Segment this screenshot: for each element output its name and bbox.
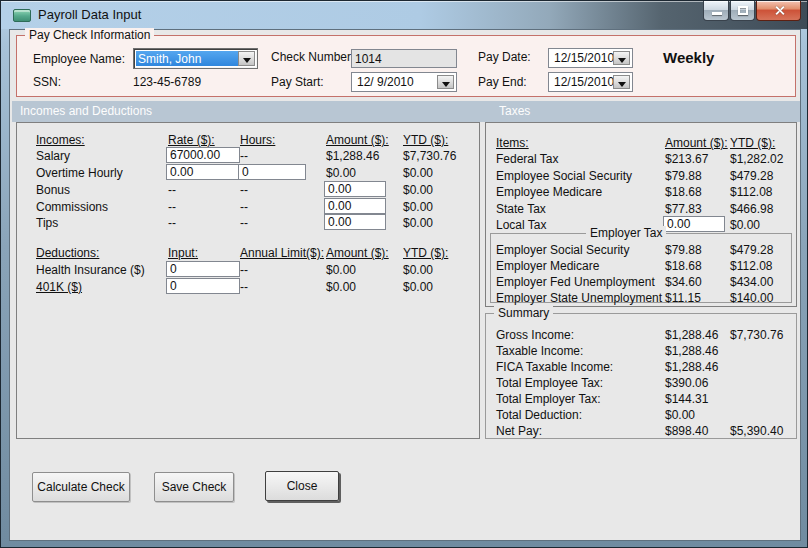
chevron-down-icon[interactable] bbox=[238, 51, 255, 66]
maximize-button[interactable] bbox=[730, 1, 755, 21]
chevron-down-icon[interactable] bbox=[437, 75, 454, 89]
overtime-amount: $0.00 bbox=[326, 166, 356, 180]
income-row-label: Tips bbox=[36, 216, 58, 230]
401k-limit: -- bbox=[240, 280, 248, 294]
rate-col-header: Rate ($): bbox=[168, 133, 215, 147]
income-row-label: Overtime Hourly bbox=[36, 166, 123, 180]
employee-ss-amount: $79.88 bbox=[665, 169, 702, 183]
paycheck-info-group: Pay Check Information Employee Name: Smi… bbox=[16, 35, 796, 97]
commissions-ytd: $0.00 bbox=[403, 200, 433, 214]
pay-end-picker[interactable]: 12/15/2010 bbox=[548, 72, 633, 92]
salary-ytd: $7,730.76 bbox=[403, 149, 456, 163]
deduction-amount-col-header: Amount ($): bbox=[326, 246, 389, 260]
salary-hours: -- bbox=[240, 149, 248, 163]
minimize-icon bbox=[712, 12, 722, 15]
title-bar[interactable]: Payroll Data Input bbox=[1, 1, 807, 29]
save-check-button[interactable]: Save Check bbox=[154, 472, 234, 502]
employee-name-label: Employee Name: bbox=[33, 52, 125, 66]
summary-row-label: FICA Taxable Income: bbox=[496, 360, 613, 374]
employer-medicare-ytd: $112.08 bbox=[730, 259, 773, 273]
check-number-label: Check Number: bbox=[271, 50, 354, 64]
income-row-label: Commissions bbox=[36, 200, 108, 214]
health-insurance-limit: -- bbox=[240, 263, 248, 277]
incomes-deductions-panel: Incomes: Rate ($): Hours: Amount ($): YT… bbox=[16, 122, 480, 439]
close-icon bbox=[773, 4, 786, 17]
ytd-col-header: YTD ($): bbox=[403, 133, 448, 147]
401k-input[interactable] bbox=[166, 278, 240, 294]
summary-row-label: Net Pay: bbox=[496, 424, 542, 438]
close-button[interactable]: Close bbox=[265, 471, 339, 501]
income-row-label: Salary bbox=[36, 149, 70, 163]
check-number-input[interactable] bbox=[351, 49, 457, 68]
summary-legend: Summary bbox=[494, 306, 553, 320]
overtime-hours-input[interactable] bbox=[238, 164, 306, 180]
employee-ss-ytd: $479.28 bbox=[730, 169, 773, 183]
bonus-ytd: $0.00 bbox=[403, 183, 433, 197]
employer-tax-row-label: Employer Medicare bbox=[496, 259, 599, 273]
401k-amount: $0.00 bbox=[326, 280, 356, 294]
salary-rate-input[interactable] bbox=[166, 147, 240, 163]
incomes-col-header: Incomes: bbox=[36, 133, 85, 147]
salary-amount: $1,288.46 bbox=[326, 149, 379, 163]
net-pay-ytd: $5,390.40 bbox=[730, 424, 783, 438]
bonus-amount-input[interactable] bbox=[324, 181, 386, 197]
employer-tax-group: Employer Tax Employer Social Security $7… bbox=[490, 233, 792, 303]
gross-income-ytd: $7,730.76 bbox=[730, 328, 783, 342]
summary-row-label: Total Employer Tax: bbox=[496, 392, 601, 406]
calculate-check-button[interactable]: Calculate Check bbox=[32, 472, 130, 502]
tips-ytd: $0.00 bbox=[403, 216, 433, 230]
annual-limit-col-header: Annual Limit($): bbox=[240, 246, 324, 260]
tips-rate: -- bbox=[168, 216, 176, 230]
total-employer-tax-amount: $144.31 bbox=[665, 392, 708, 406]
employer-state-unemp-ytd: $140.00 bbox=[730, 291, 773, 305]
401k-link[interactable]: 401K ($) bbox=[36, 280, 82, 294]
pay-end-value: 12/15/2010 bbox=[554, 75, 614, 89]
maximize-icon bbox=[738, 6, 748, 15]
overtime-rate-input[interactable] bbox=[166, 164, 240, 180]
paycheck-info-legend: Pay Check Information bbox=[25, 28, 154, 42]
pay-date-picker[interactable]: 12/15/2010 bbox=[548, 48, 633, 68]
summary-group: Summary Gross Income: $1,288.46 $7,730.7… bbox=[485, 313, 797, 439]
employer-tax-legend: Employer Tax bbox=[586, 226, 666, 240]
local-tax-ytd: $0.00 bbox=[730, 218, 760, 232]
taxable-income-amount: $1,288.46 bbox=[665, 344, 718, 358]
minimize-button[interactable] bbox=[703, 1, 729, 21]
deductions-col-header: Deductions: bbox=[36, 246, 99, 260]
employer-state-unemp-amount: $11.15 bbox=[665, 291, 701, 305]
tax-row-label: Local Tax bbox=[496, 218, 546, 232]
bonus-rate: -- bbox=[168, 183, 176, 197]
health-insurance-ytd: $0.00 bbox=[403, 263, 433, 277]
commissions-rate: -- bbox=[168, 200, 176, 214]
pay-start-picker[interactable]: 12/ 9/2010 bbox=[351, 72, 457, 92]
ssn-label: SSN: bbox=[33, 75, 61, 89]
employer-tax-row-label: Employer Social Security bbox=[496, 243, 629, 257]
employee-medicare-amount: $18.68 bbox=[665, 185, 702, 199]
pay-date-value: 12/15/2010 bbox=[554, 51, 614, 65]
close-window-button[interactable] bbox=[756, 1, 801, 21]
amount-col-header: Amount ($): bbox=[326, 133, 389, 147]
commissions-amount-input[interactable] bbox=[324, 198, 386, 214]
window-title: Payroll Data Input bbox=[38, 7, 141, 22]
section-header-band: Incomes and Deductions Taxes bbox=[12, 101, 800, 122]
local-tax-input[interactable] bbox=[663, 216, 725, 232]
tax-row-label: Federal Tax bbox=[496, 152, 558, 166]
pay-start-value: 12/ 9/2010 bbox=[357, 75, 414, 89]
summary-row-label: Total Employee Tax: bbox=[496, 376, 603, 390]
gross-income-amount: $1,288.46 bbox=[665, 328, 718, 342]
app-window: Payroll Data Input Pay Check Information… bbox=[0, 0, 808, 548]
tax-row-label: Employee Medicare bbox=[496, 185, 602, 199]
chevron-down-icon[interactable] bbox=[613, 75, 630, 89]
pay-end-label: Pay End: bbox=[478, 75, 527, 89]
employer-tax-row-label: Employer Fed Unemployment bbox=[496, 275, 655, 289]
deduction-ytd-col-header: YTD ($): bbox=[403, 246, 448, 260]
tips-amount-input[interactable] bbox=[324, 214, 386, 230]
health-insurance-amount: $0.00 bbox=[326, 263, 356, 277]
tax-ytd-col-header: YTD ($): bbox=[730, 136, 775, 150]
health-insurance-input[interactable] bbox=[166, 261, 240, 277]
employee-name-combobox[interactable]: Smith, John bbox=[133, 48, 258, 69]
pay-date-label: Pay Date: bbox=[478, 50, 531, 64]
employer-medicare-amount: $18.68 bbox=[665, 259, 702, 273]
state-tax-amount: $77.83 bbox=[665, 202, 702, 216]
input-col-header: Input: bbox=[168, 246, 198, 260]
chevron-down-icon[interactable] bbox=[613, 51, 630, 65]
